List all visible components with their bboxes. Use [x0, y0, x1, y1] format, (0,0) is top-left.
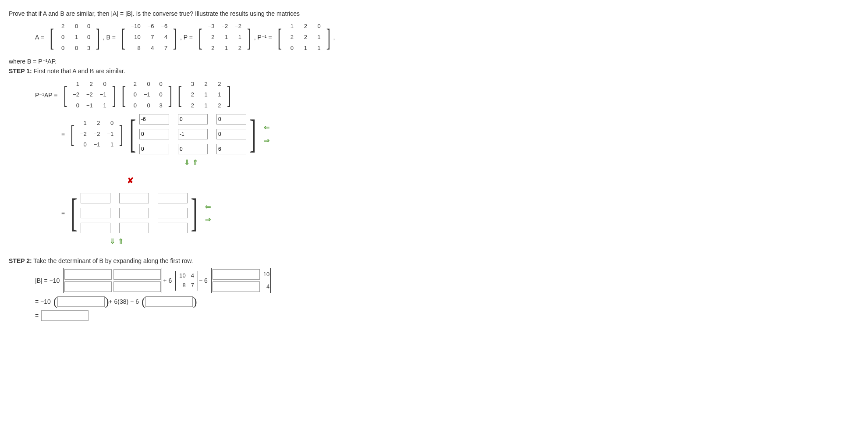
- add-row-icon-2[interactable]: ⇓: [110, 236, 115, 247]
- d1-r2c2[interactable]: [113, 281, 161, 292]
- eq-neg10: = −10: [35, 297, 51, 306]
- m2-r2c2[interactable]: [119, 208, 149, 218]
- step1-input-matrix-1: [ ]: [126, 114, 259, 154]
- m1-r2c1[interactable]: [139, 129, 169, 139]
- matrix-Pinv: [ 120 −2−2−1 0−11 ]: [276, 21, 333, 53]
- m2-r3c2[interactable]: [119, 223, 149, 233]
- step2-line1: |B| = −10 + 6 104 87 − 6 10 4: [35, 268, 859, 293]
- detB-label: |B| = −10: [35, 276, 60, 285]
- final-answer-input[interactable]: [41, 310, 89, 321]
- m2-r2c3[interactable]: [158, 208, 188, 218]
- m1-r1c3[interactable]: [216, 114, 246, 124]
- final-eq: =: [35, 311, 39, 320]
- problem-statement: Prove that if A and B are similar, then …: [9, 9, 859, 18]
- add-row-icon[interactable]: ⇓: [184, 157, 190, 168]
- P-label: , P =: [180, 32, 193, 42]
- step1-line2: = [ 120 −2−2−1 0−11 ] [: [61, 114, 859, 154]
- equals-2: =: [61, 208, 65, 218]
- m2-r1c3[interactable]: [158, 193, 188, 203]
- m1-r3c1[interactable]: [139, 144, 169, 154]
- m1-r2c3[interactable]: [216, 129, 246, 139]
- m2-r3c1[interactable]: [81, 223, 110, 233]
- m1-r1c1[interactable]: [139, 114, 169, 124]
- equals-1: =: [61, 129, 65, 139]
- d1-r1c1[interactable]: [64, 269, 112, 280]
- add-col-icon-2[interactable]: ⇒: [205, 214, 211, 225]
- matrix-B: [ −10−6−6 1074 847 ]: [119, 21, 179, 53]
- d3-r2c1[interactable]: [213, 281, 260, 292]
- step2-line2: = −10 ( ) + 6(38) − 6 ( ): [35, 295, 859, 308]
- matrix-A: [ 200 0−10 003 ]: [48, 21, 102, 53]
- step1-heading: STEP 1: First note that A and B are simi…: [9, 66, 859, 76]
- A-label: A =: [35, 32, 44, 42]
- matrix-definitions: A = [ 200 0−10 003 ] , B = [ −10−6−6 107…: [35, 21, 859, 53]
- row-arrows-1: ⇓ ⇑: [184, 157, 859, 168]
- plus6-label: + 6: [163, 276, 172, 285]
- det-input-3: 10 4: [211, 268, 271, 293]
- step1-P: [ −3−2−2 211 212 ]: [176, 79, 233, 111]
- step2-heading: STEP 2: Take the determinant of B by exp…: [9, 256, 859, 266]
- remove-col-icon-2[interactable]: ⇐: [205, 201, 211, 213]
- m2-r1c2[interactable]: [119, 193, 149, 203]
- d3-r1c1[interactable]: [213, 269, 260, 280]
- m2-r2c1[interactable]: [81, 208, 110, 218]
- matrix-P: [ −3−2−2 211 212 ]: [196, 21, 253, 53]
- step1-Pinv: [ 120 −2−2−1 0−11 ]: [61, 79, 118, 111]
- m1-r3c3[interactable]: [216, 144, 246, 154]
- B-label: , B =: [103, 32, 116, 42]
- step1-input-matrix-2: [ ]: [67, 193, 201, 233]
- m1-r2c2[interactable]: [178, 129, 208, 139]
- d1-r2c1[interactable]: [64, 281, 112, 292]
- m2-r1c1[interactable]: [81, 193, 110, 203]
- paren2-input[interactable]: [145, 296, 193, 307]
- m2-r3c3[interactable]: [158, 223, 188, 233]
- minus6-label: − 6: [199, 276, 208, 285]
- det-input-1: [63, 268, 162, 293]
- PinvAP-label: P⁻¹AP =: [35, 90, 58, 100]
- plus638: + 6(38) − 6: [109, 297, 139, 306]
- paren1-input[interactable]: [57, 296, 105, 307]
- incorrect-icon: ✘: [127, 174, 859, 187]
- d1-r1c2[interactable]: [113, 269, 161, 280]
- remove-row-icon-2[interactable]: ⇑: [118, 236, 124, 247]
- step1-Pinv-2: [ 120 −2−2−1 0−11 ]: [68, 118, 125, 150]
- add-col-icon[interactable]: ⇒: [264, 135, 269, 146]
- step1-line3: = [ ] ⇐ ⇒: [61, 193, 859, 233]
- trailing-comma: ,: [333, 32, 335, 42]
- Pinv-label: , P⁻¹ =: [254, 32, 272, 42]
- remove-col-icon[interactable]: ⇐: [264, 122, 269, 133]
- where-text: where B = P⁻¹AP.: [9, 57, 859, 66]
- step2-line3: =: [35, 310, 859, 321]
- row-arrows-2: ⇓ ⇑: [110, 236, 859, 247]
- step1-A: [ 200 0−10 003 ]: [120, 79, 174, 111]
- remove-row-icon[interactable]: ⇑: [192, 157, 198, 168]
- m1-r1c2[interactable]: [178, 114, 208, 124]
- det-mid: 104 87: [175, 271, 198, 291]
- m1-r3c2[interactable]: [178, 144, 208, 154]
- step1-line1: P⁻¹AP = [ 120 −2−2−1 0−11 ] [ 200 0−10 0…: [35, 79, 859, 111]
